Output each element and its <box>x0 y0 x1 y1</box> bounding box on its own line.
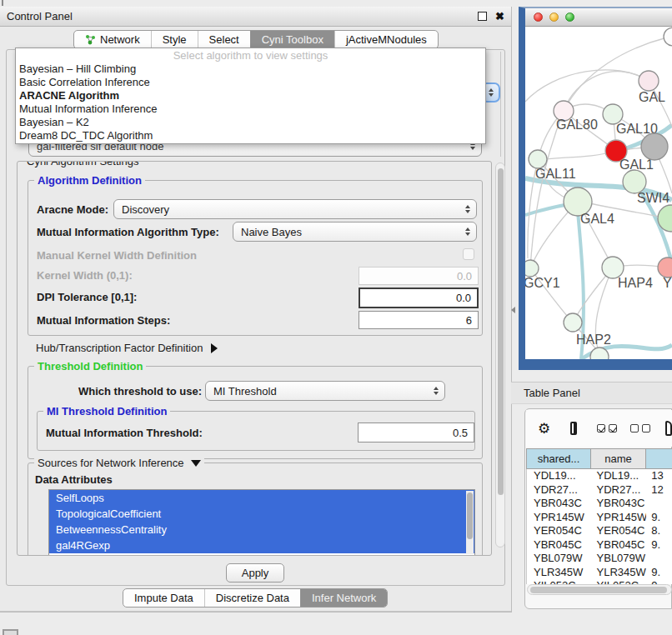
network-node[interactable] <box>525 260 539 277</box>
mi-steps-field[interactable]: 6 <box>359 311 479 329</box>
aracne-mode-combo[interactable]: Discovery <box>113 199 477 219</box>
combo-stepper-icon <box>465 228 476 236</box>
table-row[interactable]: YPR145WYPR145W9. <box>527 511 672 525</box>
algorithm-option[interactable]: Dream8 DC_TDC Algorithm <box>16 129 485 142</box>
tab-select-label: Select <box>209 33 239 46</box>
tab-style[interactable]: Style <box>151 31 198 48</box>
algorithm-option[interactable]: Bayesian – K2 <box>16 116 485 129</box>
network-node[interactable] <box>623 170 646 193</box>
network-node-label: GAL80 <box>556 118 598 132</box>
table-cell: YBL079W <box>592 552 647 566</box>
tab-jactivemnodules-label: jActiveMNodules <box>346 33 427 46</box>
table-row[interactable]: YBL079WYBL079W <box>527 552 672 566</box>
tab-cyni-toolbox[interactable]: Cyni Toolbox <box>250 31 334 48</box>
network-node-label: GAL11 <box>535 167 576 181</box>
tab-impute-data[interactable]: Impute Data <box>123 589 204 607</box>
table-row[interactable]: YDL19...YDL19...13 <box>527 469 672 483</box>
algorithm-option[interactable]: Mutual Information Inference <box>16 102 485 116</box>
tab-jactivemnodules[interactable]: jActiveMNodules <box>334 31 438 48</box>
sources-group-title: Sources for Network Inference <box>38 457 184 469</box>
column-header-name[interactable]: name <box>591 448 646 469</box>
sources-group-title-row[interactable]: Sources for Network Inference <box>34 457 204 469</box>
split-columns-icon[interactable] <box>570 422 577 435</box>
table-cell: YBR045C <box>527 538 592 552</box>
minimize-window-icon[interactable] <box>549 12 559 22</box>
network-node[interactable] <box>641 133 668 160</box>
table-row[interactable]: YER054CYER054C8. <box>527 524 672 538</box>
network-node[interactable] <box>529 150 547 168</box>
kernel-width-field[interactable]: 0.0 <box>359 267 479 285</box>
bottom-divider <box>0 611 511 612</box>
stepper-down-icon <box>489 93 494 97</box>
mi-threshold-field[interactable]: 0.5 <box>358 422 474 442</box>
data-attribute-item[interactable]: gal4RGexp <box>49 538 474 553</box>
table-hscrollbar[interactable] <box>527 584 672 595</box>
table-cell: 9. <box>646 511 672 525</box>
table-cell: 9. <box>646 566 672 580</box>
table-hscrollbar-thumb[interactable] <box>530 587 667 593</box>
algorithm-option[interactable]: ARACNE Algorithm <box>16 89 485 102</box>
algorithm-option[interactable]: Bayesian – Hill Climbing <box>16 62 485 76</box>
mi-threshold-group-title: MI Threshold Definition <box>43 405 170 418</box>
table-cell: YBR043C <box>527 497 592 511</box>
table-cell: 12 <box>646 483 672 498</box>
splitter-arrow-icon[interactable] <box>511 307 515 313</box>
table-cell: 13 <box>646 469 672 483</box>
expand-arrow-icon <box>191 460 201 467</box>
column-header-clipped[interactable] <box>646 448 672 469</box>
bottom-left-widget[interactable] <box>3 629 18 635</box>
network-node[interactable] <box>658 258 672 278</box>
column-header-shared-name[interactable]: shared... <box>526 448 591 469</box>
apply-button[interactable]: Apply <box>226 563 284 582</box>
float-panel-icon[interactable] <box>478 12 487 21</box>
select-all-icon[interactable] <box>597 424 617 432</box>
tab-discretize-data-label: Discretize Data <box>216 592 289 604</box>
table-cell: YLR345W <box>592 566 647 580</box>
table-row[interactable]: YBR043CYBR043C <box>527 497 672 511</box>
table-row[interactable]: YBR045CYBR045C9. <box>527 538 672 552</box>
dpi-tolerance-field[interactable]: 0.0 <box>359 288 479 308</box>
tab-discretize-data[interactable]: Discretize Data <box>204 589 300 607</box>
table-cell: YPR145W <box>592 511 647 525</box>
settings-scrollbar-thumb[interactable] <box>498 168 504 495</box>
algorithm-option[interactable]: Basic Correlation Inference <box>16 76 485 89</box>
table-cell: YBR045C <box>592 538 647 552</box>
network-icon <box>85 34 96 45</box>
tab-select[interactable]: Select <box>198 31 250 48</box>
list-scrollbar[interactable] <box>466 491 474 554</box>
tab-cyni-toolbox-label: Cyni Toolbox <box>262 33 323 46</box>
tab-network-label: Network <box>100 33 140 46</box>
gear-icon[interactable]: ⚙ <box>538 422 550 436</box>
mi-steps-label: Mutual Information Steps: <box>37 314 170 327</box>
data-attribute-item[interactable]: BetweennessCentrality <box>49 522 474 538</box>
tab-network[interactable]: Network <box>74 31 151 48</box>
table-cell: 9. <box>646 538 672 552</box>
hub-definition-toggle[interactable]: Hub/Transcription Factor Definition <box>36 342 218 354</box>
network-node[interactable] <box>664 28 672 46</box>
data-attribute-item[interactable]: SelfLoops <box>49 490 474 506</box>
close-window-icon[interactable] <box>534 12 543 22</box>
table-cell: YPR145W <box>527 511 592 525</box>
zoom-window-icon[interactable] <box>565 12 574 22</box>
document-icon[interactable] <box>665 421 672 436</box>
mi-algorithm-type-combo[interactable]: Naive Bayes <box>233 222 477 242</box>
which-threshold-label: Which threshold to use: <box>78 385 202 398</box>
aracne-mode-label: Aracne Mode: <box>37 203 108 216</box>
deselect-all-icon[interactable] <box>630 424 650 432</box>
table-row[interactable]: YDR27...YDR27...12 <box>527 483 672 498</box>
close-panel-icon[interactable]: ✖ <box>495 10 504 22</box>
list-scrollbar-thumb[interactable] <box>467 492 473 539</box>
hub-definition-label: Hub/Transcription Factor Definition <box>36 342 203 354</box>
network-node-label: GAL <box>639 90 665 104</box>
table-rows-viewport: YDL19...YDL19...13YDR27...YDR27...12YBR0… <box>526 469 672 584</box>
network-node[interactable] <box>564 313 582 332</box>
table-row[interactable]: YLR345WYLR345W9. <box>527 566 672 580</box>
data-attribute-item[interactable]: TopologicalCoefficient <box>49 506 474 522</box>
network-node[interactable] <box>639 71 659 91</box>
which-threshold-combo[interactable]: MI Threshold <box>205 381 445 401</box>
network-canvas[interactable]: GALGAL80GAL10GAL1GAL11SWI4GAL4GCY1HAP4YH… <box>525 26 672 359</box>
tab-style-label: Style <box>163 33 187 46</box>
tab-infer-network[interactable]: Infer Network <box>300 589 387 607</box>
settings-scrollbar[interactable] <box>495 162 505 548</box>
manual-kernel-checkbox[interactable] <box>463 248 474 260</box>
